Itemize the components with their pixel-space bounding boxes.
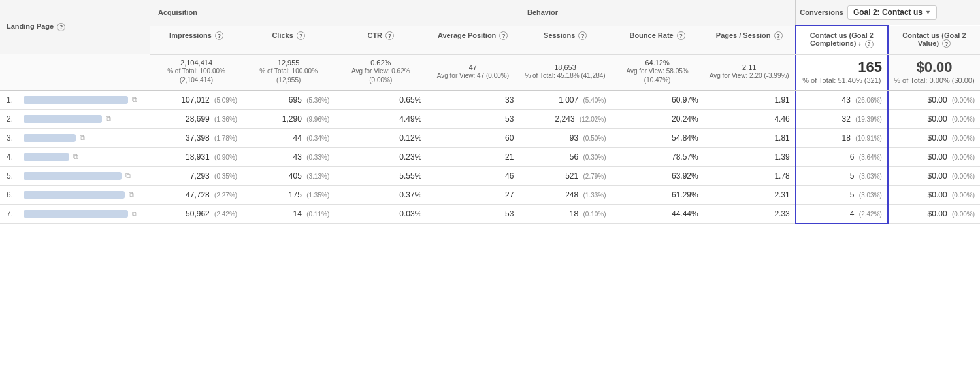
sessions-pct: (2.79%)	[583, 173, 606, 180]
totals-sessions: 18,653 % of Total: 45.18% (41,284)	[519, 54, 611, 90]
sessions-value: 521	[565, 171, 578, 180]
clicks-cell: 44 (0.34%)	[242, 128, 335, 147]
landing-page-cell: 5. ⧉	[0, 166, 150, 185]
acquisition-label: Acquisition	[158, 9, 197, 16]
landing-page-link-blurred[interactable]	[24, 115, 102, 123]
landing-page-link-blurred[interactable]	[24, 153, 69, 161]
sessions-pct: (0.10%)	[583, 211, 606, 218]
goal-value-value: $0.00	[928, 133, 947, 143]
clicks-value: 1,290	[282, 114, 302, 124]
totals-pages-value: 2.11	[709, 63, 790, 71]
goal-completions-pct: (19.39%)	[855, 116, 882, 123]
clicks-help-icon[interactable]: ?	[297, 31, 305, 40]
goal-value-pct: (0.00%)	[952, 173, 975, 180]
ctr-cell: 0.12%	[335, 128, 427, 147]
sessions-value: 2,243	[555, 114, 575, 124]
ctr-cell: 4.49%	[335, 109, 427, 128]
clicks-col-header: Clicks ?	[242, 26, 335, 54]
totals-impressions: 2,104,414 % of Total: 100.00% (2,104,414…	[150, 54, 242, 90]
goal-value-cell: $0.00 (0.00%)	[888, 204, 980, 224]
clicks-pct: (9.96%)	[306, 116, 329, 123]
impressions-pct: (1.78%)	[214, 135, 237, 142]
clicks-label: Clicks	[272, 31, 293, 39]
sessions-cell: 56 (0.30%)	[519, 147, 611, 166]
landing-page-link-blurred[interactable]	[24, 191, 125, 199]
clicks-value: 175	[289, 190, 302, 199]
impressions-value: 50,962	[186, 209, 210, 218]
pages-session-cell: 1.39	[704, 147, 796, 166]
pages-session-col-header: Pages / Session ?	[704, 26, 796, 54]
goal-completions-value: 32	[842, 114, 851, 124]
sessions-cell: 2,243 (12.02%)	[519, 109, 611, 128]
copy-icon[interactable]: ⧉	[132, 210, 137, 218]
avg-position-help-icon[interactable]: ?	[499, 31, 508, 40]
goal-completions-value: 6	[850, 152, 855, 162]
sessions-value: 248	[565, 190, 578, 199]
sessions-pct: (5.40%)	[583, 97, 606, 104]
bounce-rate-cell: 63.92%	[612, 166, 704, 185]
landing-page-link-blurred[interactable]	[24, 96, 128, 104]
totals-goal-completions: 165 % of Total: 51.40% (321)	[796, 54, 888, 90]
clicks-pct: (0.33%)	[306, 154, 329, 161]
clicks-cell: 405 (3.13%)	[242, 166, 335, 185]
copy-icon[interactable]: ⧉	[125, 171, 131, 180]
goal-completions-label: Contact us (Goal 2 Completions)	[810, 31, 874, 47]
avg-position-cell: 53	[427, 204, 519, 224]
ctr-value: 0.37%	[399, 190, 421, 199]
goal-completions-help-icon[interactable]: ?	[865, 40, 874, 48]
ctr-value: 5.55%	[399, 171, 421, 180]
clicks-value: 43	[293, 152, 302, 162]
goal-value-cell: $0.00 (0.00%)	[888, 147, 980, 166]
bounce-rate-value: 54.84%	[672, 133, 698, 143]
landing-page-cell: 3. ⧉	[0, 128, 150, 147]
avg-position-value: 33	[505, 95, 514, 105]
goal-value-cell: $0.00 (0.00%)	[888, 166, 980, 185]
avg-position-value: 21	[505, 152, 514, 162]
landing-page-help-icon[interactable]: ?	[57, 23, 65, 31]
landing-page-link-blurred[interactable]	[24, 210, 128, 218]
impressions-cell: 28,699 (1.36%)	[150, 109, 242, 128]
sessions-label: Sessions	[544, 31, 575, 39]
ctr-label: CTR	[367, 31, 382, 39]
sessions-pct: (0.50%)	[583, 135, 606, 142]
sessions-help-icon[interactable]: ?	[578, 31, 587, 40]
copy-icon[interactable]: ⧉	[129, 190, 134, 199]
pages-session-cell: 1.78	[704, 166, 796, 185]
pages-session-cell: 2.31	[704, 185, 796, 204]
clicks-pct: (1.35%)	[306, 192, 329, 199]
clicks-cell: 14 (0.11%)	[242, 204, 335, 224]
pages-session-cell: 2.33	[704, 204, 796, 224]
goal-completions-pct: (26.06%)	[855, 97, 882, 104]
pages-session-cell: 4.46	[704, 109, 796, 128]
pages-session-help-icon[interactable]: ?	[774, 31, 783, 40]
goal-value-pct: (0.00%)	[952, 192, 975, 199]
pages-session-value: 1.81	[774, 133, 789, 143]
impressions-col-header: Impressions ?	[150, 26, 242, 54]
landing-page-cell: 4. ⧉	[0, 147, 150, 166]
row-number: 6.	[7, 190, 20, 199]
landing-page-link-blurred[interactable]	[24, 172, 122, 180]
copy-icon[interactable]: ⧉	[106, 114, 111, 123]
goal-completions-pct: (2.42%)	[859, 211, 882, 218]
impressions-cell: 50,962 (2.42%)	[150, 204, 242, 224]
ctr-cell: 0.23%	[335, 147, 427, 166]
clicks-pct: (3.13%)	[306, 173, 329, 180]
impressions-help-icon[interactable]: ?	[215, 31, 223, 40]
ctr-col-header: CTR ?	[335, 26, 427, 54]
copy-icon[interactable]: ⧉	[80, 133, 85, 142]
goal-completions-value: 5	[850, 190, 855, 199]
totals-pages-session: 2.11 Avg for View: 2.20 (-3.99%)	[704, 54, 796, 90]
copy-icon[interactable]: ⧉	[132, 95, 137, 104]
totals-landing-cell	[0, 54, 150, 90]
ctr-value: 0.12%	[399, 133, 421, 143]
copy-icon[interactable]: ⧉	[73, 152, 78, 161]
bounce-rate-help-icon[interactable]: ?	[677, 31, 685, 40]
goal-value-help-icon[interactable]: ?	[942, 39, 951, 48]
goal-dropdown[interactable]: Goal 2: Contact us ▼	[847, 5, 937, 20]
avg-position-value: 46	[505, 171, 514, 180]
goal-completions-pct: (3.64%)	[859, 154, 882, 161]
row-number: 7.	[7, 209, 20, 218]
ctr-help-icon[interactable]: ?	[385, 31, 394, 40]
landing-page-link-blurred[interactable]	[24, 134, 76, 142]
pages-session-label: Pages / Session	[716, 31, 771, 39]
